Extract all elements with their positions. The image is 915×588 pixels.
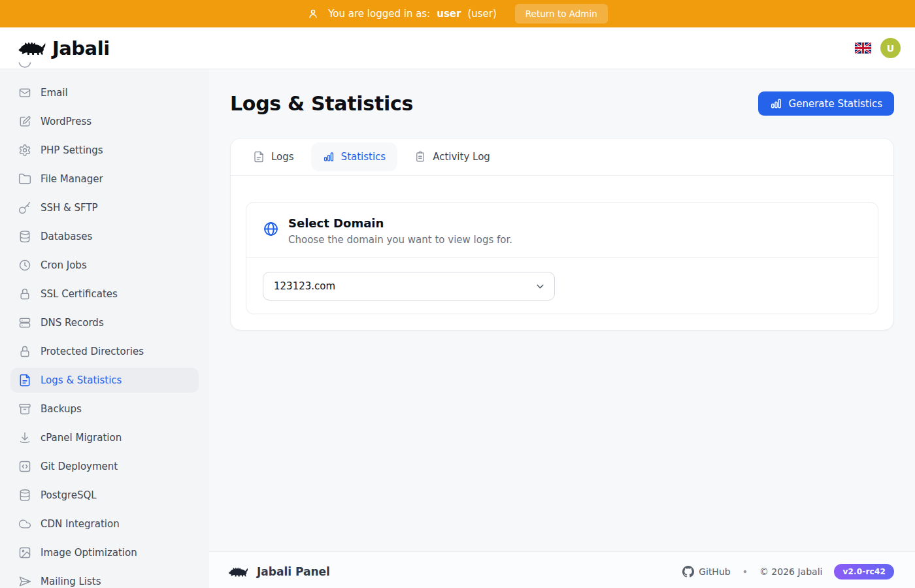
version-badge: v2.0-rc42 bbox=[834, 564, 894, 580]
sidebar-item-label: PostgreSQL bbox=[41, 489, 97, 501]
folder-icon bbox=[18, 172, 31, 186]
github-link[interactable]: GitHub bbox=[682, 566, 731, 578]
sidebar-item-email[interactable]: Email bbox=[10, 80, 199, 105]
sidebar-item-label: Cron Jobs bbox=[41, 259, 87, 271]
image-icon bbox=[18, 546, 31, 559]
sidebar-item-postgresql[interactable]: PostgreSQL bbox=[10, 483, 199, 508]
chevron-down-icon bbox=[535, 281, 546, 292]
lock-icon bbox=[18, 345, 31, 358]
sidebar-item-logs-statistics[interactable]: Logs & Statistics bbox=[10, 368, 199, 393]
cloud-icon bbox=[18, 517, 31, 531]
brand-name: Jabali bbox=[52, 37, 110, 59]
user-icon bbox=[307, 8, 319, 20]
domain-select[interactable]: 123123.com bbox=[263, 272, 555, 301]
lock-icon bbox=[18, 287, 31, 301]
logged-in-text: You are logged in as: bbox=[328, 8, 430, 20]
sidebar-item-label: DNS Records bbox=[41, 317, 104, 329]
sidebar-item-label: Git Deployment bbox=[41, 461, 118, 472]
bar-chart-icon bbox=[323, 151, 335, 163]
select-domain-title: Select Domain bbox=[288, 216, 512, 230]
generate-statistics-button[interactable]: Generate Statistics bbox=[758, 91, 894, 116]
logs-card: Logs Statistics Activity Log bbox=[230, 138, 894, 331]
sidebar-item-php-settings[interactable]: PHP Settings bbox=[10, 138, 199, 163]
logged-in-role: (user) bbox=[467, 8, 496, 20]
separator-dot: • bbox=[742, 566, 748, 577]
sidebar-item-file-manager[interactable]: File Manager bbox=[10, 167, 199, 191]
select-domain-description: Choose the domain you want to view logs … bbox=[288, 234, 512, 246]
tab-logs[interactable]: Logs bbox=[241, 142, 306, 171]
sidebar-item-label: Backups bbox=[41, 403, 82, 415]
sidebar-item-wordpress[interactable]: WordPress bbox=[10, 109, 199, 134]
sidebar-item-label: cPanel Migration bbox=[41, 432, 122, 444]
sidebar-item-ssh-sftp[interactable]: SSH & SFTP bbox=[10, 195, 199, 220]
tab-activity-log[interactable]: Activity Log bbox=[403, 142, 502, 171]
page-title: Logs & Statistics bbox=[230, 92, 413, 115]
sidebar-item-ssl-certificates[interactable]: SSL Certificates bbox=[10, 282, 199, 306]
globe-icon bbox=[263, 221, 279, 246]
brand[interactable]: Jabali bbox=[17, 37, 110, 59]
domain-select-value: 123123.com bbox=[274, 280, 335, 292]
sidebar-item-protected-directories[interactable]: Protected Directories bbox=[10, 339, 199, 364]
sidebar: Email WordPress PHP Settings File Manage… bbox=[0, 69, 209, 588]
sidebar-item-label: SSH & SFTP bbox=[41, 202, 98, 214]
sidebar-item-cdn-integration[interactable]: CDN Integration bbox=[10, 512, 199, 536]
return-to-admin-button[interactable]: Return to Admin bbox=[515, 4, 608, 24]
file-text-icon bbox=[253, 151, 265, 163]
select-domain-card: Select Domain Choose the domain you want… bbox=[246, 202, 878, 314]
sidebar-item-label: Image Optimization bbox=[41, 547, 137, 559]
file-text-icon bbox=[18, 374, 31, 387]
key-icon bbox=[18, 201, 31, 214]
tab-statistics[interactable]: Statistics bbox=[311, 142, 398, 171]
code-icon bbox=[18, 460, 31, 473]
app-header: Jabali U bbox=[0, 27, 915, 69]
sidebar-item-label: Logs & Statistics bbox=[41, 374, 122, 386]
boar-logo-icon bbox=[17, 38, 47, 58]
archive-icon bbox=[18, 402, 31, 416]
gear-icon bbox=[18, 144, 31, 157]
sidebar-item-label: Databases bbox=[41, 231, 92, 242]
database-icon bbox=[18, 489, 31, 502]
database-icon bbox=[18, 230, 31, 243]
footer-brand: Jabali Panel bbox=[257, 565, 330, 578]
avatar[interactable]: U bbox=[880, 38, 901, 58]
sidebar-item-label: Protected Directories bbox=[41, 346, 144, 357]
copyright-text: © 2026 Jabali bbox=[759, 566, 822, 577]
sidebar-item-git-deployment[interactable]: Git Deployment bbox=[10, 454, 199, 479]
github-icon bbox=[682, 566, 694, 578]
bar-chart-icon bbox=[770, 97, 782, 110]
boar-logo-icon bbox=[227, 564, 249, 579]
logged-in-username: user bbox=[437, 8, 461, 20]
clipped-sidebar-item-icon bbox=[18, 62, 31, 71]
sidebar-item-label: SSL Certificates bbox=[41, 288, 118, 300]
mail-icon bbox=[18, 86, 31, 99]
clock-icon bbox=[18, 259, 31, 272]
download-icon bbox=[18, 431, 31, 444]
sidebar-item-databases[interactable]: Databases bbox=[10, 224, 199, 249]
sidebar-item-label: Mailing Lists bbox=[41, 576, 101, 587]
footer: Jabali Panel GitHub • © 2026 Jabali v2.0… bbox=[209, 551, 915, 588]
server-icon bbox=[18, 316, 31, 329]
sidebar-item-image-optimization[interactable]: Image Optimization bbox=[10, 540, 199, 565]
sidebar-item-label: WordPress bbox=[41, 116, 92, 127]
impersonation-bar: You are logged in as: user (user) Return… bbox=[0, 0, 915, 27]
sidebar-item-label: CDN Integration bbox=[41, 518, 120, 530]
tab-bar: Logs Statistics Activity Log bbox=[231, 139, 893, 176]
sidebar-item-cron-jobs[interactable]: Cron Jobs bbox=[10, 253, 199, 278]
uk-flag-icon[interactable] bbox=[855, 42, 871, 54]
sidebar-item-label: Email bbox=[41, 87, 68, 99]
sidebar-item-label: File Manager bbox=[41, 173, 103, 185]
send-icon bbox=[18, 575, 31, 588]
sidebar-item-label: PHP Settings bbox=[41, 144, 103, 156]
edit-icon bbox=[18, 115, 31, 128]
sidebar-item-backups[interactable]: Backups bbox=[10, 397, 199, 421]
sidebar-item-cpanel-migration[interactable]: cPanel Migration bbox=[10, 425, 199, 450]
sidebar-item-mailing-lists[interactable]: Mailing Lists bbox=[10, 569, 199, 588]
clipboard-icon bbox=[414, 151, 426, 163]
sidebar-item-dns-records[interactable]: DNS Records bbox=[10, 310, 199, 335]
